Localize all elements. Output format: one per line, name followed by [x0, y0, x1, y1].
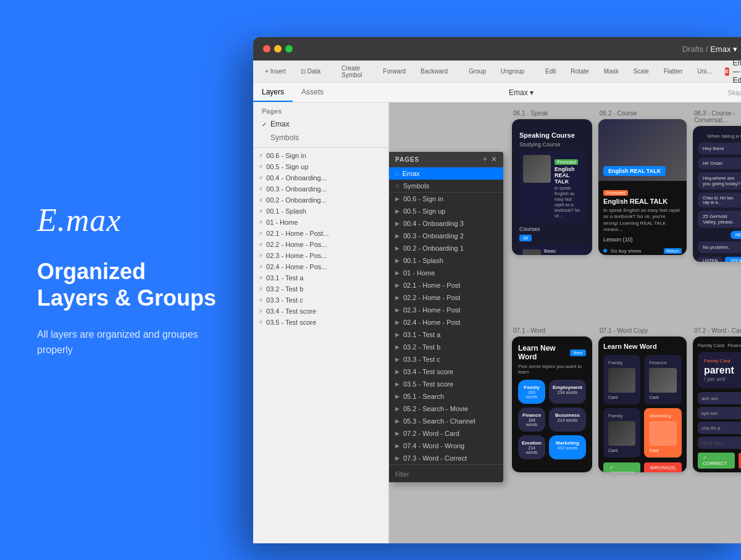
listen-btn[interactable]: LISTEN — [698, 257, 723, 262]
word-correct-btn[interactable]: ✓ CORRECT — [698, 453, 735, 469]
lpo-layer-item[interactable]: ▶ 07.2 - Word - Card — [389, 427, 503, 440]
repeat-btn-1[interactable]: REPEAT — [731, 231, 741, 239]
edit-button[interactable]: Edit — [540, 65, 561, 77]
backward-button[interactable]: Backward — [415, 65, 453, 77]
chat-bubble-1: Hey there — [698, 143, 741, 154]
lpo-layer-item[interactable]: ▶ 05.2 - Search - Movie — [389, 403, 503, 415]
ungroup-button[interactable]: Ungroup — [495, 65, 530, 77]
layer-item[interactable]: # 02.4 - Home - Pos... — [253, 261, 388, 272]
lpo-page-symbols[interactable]: ◇ Symbols — [389, 180, 503, 192]
group-button[interactable]: Group — [463, 65, 492, 77]
current-file[interactable]: Emax ▾ — [710, 44, 737, 54]
lpo-layer-item[interactable]: ▶ 00.1 - Splash — [389, 254, 503, 267]
layer-item[interactable]: # 00.2 - Onboarding... — [253, 194, 388, 206]
word-input-4[interactable]: hang alm... — [698, 437, 741, 449]
layer-item[interactable]: # 00.5 - Sign up — [253, 161, 388, 172]
lpo-close-icon[interactable]: ✕ — [491, 155, 497, 164]
lpo-layer-item[interactable]: ▶ 01 - Home — [389, 267, 503, 279]
insert-button[interactable]: + Insert — [259, 65, 291, 77]
lpo-layer-item[interactable]: ▶ 02.1 - Home - Post — [389, 279, 503, 291]
all-tab[interactable]: All — [519, 235, 532, 241]
layer-item[interactable]: # 00.6 - Sign in — [253, 150, 388, 161]
next-btn[interactable]: Next — [570, 349, 586, 356]
layer-item[interactable]: # 01 - Home — [253, 217, 388, 228]
create-symbol-button[interactable]: Create Symbol — [336, 62, 367, 81]
mask-button[interactable]: Mask — [598, 65, 624, 77]
lpo-layer-item[interactable]: ▶ 05.1 - Search — [389, 390, 503, 403]
forward-button[interactable]: Forward — [377, 65, 411, 77]
layer-item[interactable]: # 00.4 - Onboarding... — [253, 172, 388, 183]
lpo-layer-item[interactable]: ▶ 07.3 - Word - Correct — [389, 452, 503, 464]
minimize-button[interactable] — [274, 45, 282, 52]
lpo-page-emax[interactable]: □ Emax — [389, 167, 503, 180]
topic-marketing[interactable]: Marketing 432 words — [549, 435, 586, 459]
layer-item[interactable]: # 02.1 - Home - Post... — [253, 228, 388, 239]
lpo-layer-item[interactable]: ▶ 03.4 - Test score — [389, 366, 503, 378]
tab-assets[interactable]: Assets — [293, 83, 332, 102]
lpo-layer-item[interactable]: ▶ 00.2 - Onboarding 1 — [389, 242, 503, 254]
page-item-emax[interactable]: ✓Emax — [253, 117, 388, 131]
lpo-layer-item[interactable]: ▶ 00.5 - Sign up — [389, 205, 503, 217]
word-input-2[interactable]: bpit bm — [698, 407, 741, 419]
lpo-layer-item[interactable]: ▶ 00.4 - Onboarding 3 — [389, 217, 503, 230]
close-button[interactable] — [263, 45, 270, 52]
layer-item[interactable]: # 02.2 - Home - Pos... — [253, 239, 388, 250]
layer-item[interactable]: # 03.1 - Test a — [253, 272, 388, 283]
lpo-layer-item[interactable]: ▶ 02.4 - Home - Post — [389, 316, 503, 328]
rotate-button[interactable]: Rotate — [565, 65, 594, 77]
layer-item[interactable]: # 03.5 - Test score — [253, 317, 388, 328]
lpo-layer-item[interactable]: ▶ 03.5 - Test score — [389, 378, 503, 390]
layer-item[interactable]: # 03.4 - Test score — [253, 306, 388, 317]
topic-finance-label: Finance — [522, 412, 542, 418]
lpo-layer-item[interactable]: ▶ 03.1 - Test a — [389, 328, 503, 341]
insert-label: Insert — [270, 68, 286, 75]
layer-item[interactable]: # 02.3 - Home - Pos... — [253, 250, 388, 261]
unite-button[interactable]: Uni... — [692, 65, 717, 77]
lpo-layer-item[interactable]: ▶ 00.3 - Onboarding 2 — [389, 230, 503, 242]
word-card-marketing: Marketing Card — [644, 408, 681, 458]
data-button[interactable]: ⊡ Data — [295, 65, 326, 77]
maximize-button[interactable] — [285, 45, 293, 52]
word-input-1[interactable]: anh am — [698, 392, 741, 404]
topic-business[interactable]: Bussiness 214 words — [549, 407, 586, 432]
layer-item[interactable]: # 00.3 - Onboarding... — [253, 183, 388, 194]
insert-icon: + — [265, 68, 269, 75]
layer-item[interactable]: # 00.1 - Splash — [253, 206, 388, 217]
lpo-add-icon[interactable]: + — [483, 155, 487, 164]
lpo-layer-item[interactable]: ▶ 07.4 - Word - Wrong — [389, 440, 503, 452]
lpo-layer-item[interactable]: ▶ 05.3 - Search - Channel — [389, 415, 503, 427]
topic-family[interactable]: Family 266 words — [518, 380, 545, 404]
lesson-btn-1[interactable]: Return — [664, 248, 682, 254]
speaking-btn[interactable]: SPEAKING — [725, 257, 741, 262]
flatten-button[interactable]: Flatten — [658, 65, 689, 77]
correct-btn[interactable]: ✓ CORRECT — [603, 462, 640, 472]
scale-button[interactable]: Scale — [628, 65, 655, 77]
promoted-badge: Promoted — [555, 159, 578, 165]
phone-mock-conversation: When taking a taxi Hey there Hi! Order H… — [693, 126, 741, 262]
lpo-layer-item[interactable]: ▶ 02.2 - Home - Post — [389, 291, 503, 304]
page-item-symbols[interactable]: Symbols — [253, 131, 388, 144]
layer-item[interactable]: # 03.2 - Test b — [253, 283, 388, 295]
file-name: Emax — Edited — [733, 61, 741, 85]
lpo-layer-item[interactable]: ▶ 00.6 - Sign in — [389, 193, 503, 205]
sketch-app-frame: + Insert ⊡ Data Create Symbol Forward Ba… — [253, 61, 741, 543]
lpo-layer-item[interactable]: ▶ 03.2 - Test b — [389, 341, 503, 353]
word-input-3[interactable]: cha thi a — [698, 422, 741, 434]
topic-emotion[interactable]: Emotion 214 words — [518, 435, 545, 459]
topic-finance[interactable]: Finance 184 words — [518, 407, 545, 432]
word-wrong-btn[interactable]: W... — [739, 453, 741, 469]
lpo-layer-item[interactable]: ▶ 02.3 - Home - Post — [389, 304, 503, 316]
screen-speak: 06.1 - Speak Speaking Course Studying Co… — [512, 110, 592, 321]
headline: Organized Layers & Groups — [37, 258, 228, 311]
lesson-count-label: Lesson (10) — [603, 236, 682, 243]
topic-employment[interactable]: Employment 234 words — [549, 380, 586, 404]
layer-item[interactable]: # 03.3 - Test c — [253, 295, 388, 306]
wrong-btn[interactable]: WRONG(3) — [644, 462, 682, 472]
edit-label: Edit — [545, 68, 556, 75]
page-selector[interactable]: Emax ▾ — [332, 88, 710, 97]
tab-layers[interactable]: Layers — [253, 83, 293, 102]
family-card-badge: Family Card — [704, 358, 741, 364]
word-card-img-4 — [649, 421, 676, 446]
lpo-layer-item[interactable]: ▶ 03.3 - Test c — [389, 353, 503, 366]
course-thumbnail — [523, 155, 551, 183]
